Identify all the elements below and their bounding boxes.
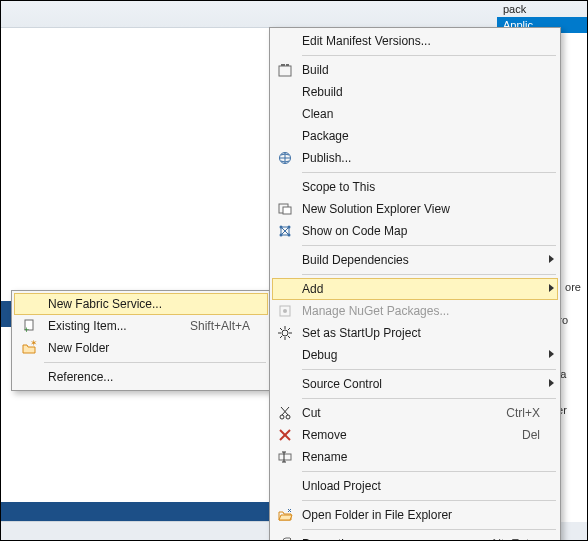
- menuitem-properties[interactable]: PropertiesAlt+Enter: [272, 533, 558, 541]
- menuitem-rename[interactable]: Rename: [272, 446, 558, 468]
- cut-icon: [276, 404, 294, 422]
- menuitem-label: Source Control: [302, 377, 540, 391]
- menuitem-scope[interactable]: Scope to This: [272, 176, 558, 198]
- menuitem-rebuild[interactable]: Rebuild: [272, 81, 558, 103]
- tree-fragment: pack: [497, 1, 587, 17]
- menu-separator: [44, 362, 266, 363]
- menuitem-shortcut: Ctrl+X: [506, 406, 540, 420]
- menuitem-label: Open Folder in File Explorer: [302, 508, 540, 522]
- menuitem-label: New Fabric Service...: [48, 297, 250, 311]
- menu-separator: [302, 500, 556, 501]
- menuitem-remove[interactable]: RemoveDel: [272, 424, 558, 446]
- svg-point-14: [283, 309, 287, 313]
- svg-line-27: [281, 407, 288, 415]
- menuitem-build[interactable]: Build: [272, 59, 558, 81]
- menuitem-package[interactable]: Package: [272, 125, 558, 147]
- menu-separator: [302, 398, 556, 399]
- menuitem-label: Edit Manifest Versions...: [302, 34, 540, 48]
- menu-separator: [302, 55, 556, 56]
- menuitem-publish[interactable]: Publish...: [272, 147, 558, 169]
- svg-point-15: [282, 330, 288, 336]
- menuitem-debug[interactable]: Debug: [272, 344, 558, 366]
- menuitem-new_view[interactable]: New Solution Explorer View: [272, 198, 558, 220]
- build-icon: [276, 61, 294, 79]
- menuitem-build_deps[interactable]: Build Dependencies: [272, 249, 558, 271]
- menuitem-label: Build: [302, 63, 540, 77]
- menuitem-label: Properties: [302, 537, 474, 541]
- properties-icon: [276, 535, 294, 541]
- menuitem-cut[interactable]: CutCtrl+X: [272, 402, 558, 424]
- existing-item-icon: +: [20, 317, 38, 335]
- nuget-icon: [276, 302, 294, 320]
- menu-separator: [302, 172, 556, 173]
- menuitem-codemap[interactable]: Show on Code Map: [272, 220, 558, 242]
- menuitem-label: Add: [302, 282, 540, 296]
- chevron-right-icon: [549, 350, 554, 358]
- remove-icon: [276, 426, 294, 444]
- menuitem-label: Unload Project: [302, 479, 540, 493]
- menuitem-label: Existing Item...: [48, 319, 174, 333]
- blank-icon: [276, 477, 294, 495]
- menuitem-label: Remove: [302, 428, 506, 442]
- menuitem-shortcut: Shift+Alt+A: [190, 319, 250, 333]
- menuitem-clean[interactable]: Clean: [272, 103, 558, 125]
- menuitem-label: Debug: [302, 348, 540, 362]
- bg-text-ore: ore: [565, 281, 587, 293]
- svg-rect-8: [283, 207, 291, 214]
- menuitem-startup[interactable]: Set as StartUp Project: [272, 322, 558, 344]
- svg-line-21: [288, 336, 290, 338]
- blank-icon: [20, 368, 38, 386]
- chevron-right-icon: [549, 379, 554, 387]
- menu-separator: [302, 529, 556, 530]
- menuitem-label: Clean: [302, 107, 540, 121]
- blank-icon: [276, 375, 294, 393]
- menuitem-unload[interactable]: Unload Project: [272, 475, 558, 497]
- svg-point-25: [286, 415, 290, 419]
- menuitem-open_folder[interactable]: Open Folder in File Explorer: [272, 504, 558, 526]
- menuitem-label: Scope to This: [302, 180, 540, 194]
- svg-rect-3: [279, 66, 291, 76]
- menuitem-reference[interactable]: Reference...: [14, 366, 268, 388]
- svg-text:✶: ✶: [30, 340, 37, 348]
- menuitem-label: New Solution Explorer View: [302, 202, 540, 216]
- menuitem-shortcut: Del: [522, 428, 540, 442]
- svg-rect-30: [279, 454, 291, 460]
- svg-text:+: +: [24, 325, 29, 334]
- menuitem-existing_item[interactable]: +Existing Item...Shift+Alt+A: [14, 315, 268, 337]
- menuitem-add[interactable]: Add: [272, 278, 558, 300]
- svg-line-22: [288, 328, 290, 330]
- menuitem-label: Reference...: [48, 370, 250, 384]
- menuitem-edit_manifest[interactable]: Edit Manifest Versions...: [272, 30, 558, 52]
- rename-icon: [276, 448, 294, 466]
- menu-separator: [302, 369, 556, 370]
- blank-icon: [276, 127, 294, 145]
- blank-icon: [276, 32, 294, 50]
- svg-line-26: [282, 407, 289, 415]
- menuitem-source_control[interactable]: Source Control: [272, 373, 558, 395]
- publish-icon: [276, 149, 294, 167]
- menuitem-label: Manage NuGet Packages...: [302, 304, 540, 318]
- menuitem-label: Show on Code Map: [302, 224, 540, 238]
- project-context-menu: Edit Manifest Versions...BuildRebuildCle…: [269, 27, 561, 541]
- menuitem-new_folder[interactable]: ✶New Folder: [14, 337, 268, 359]
- blank-icon: [276, 83, 294, 101]
- menuitem-label: Rebuild: [302, 85, 540, 99]
- menuitem-new_fabric_service[interactable]: New Fabric Service...: [14, 293, 268, 315]
- blank-icon: [276, 280, 294, 298]
- svg-line-20: [280, 328, 282, 330]
- blank-icon: [20, 295, 38, 313]
- blank-icon: [276, 105, 294, 123]
- menuitem-label: Build Dependencies: [302, 253, 540, 267]
- menuitem-nuget: Manage NuGet Packages...: [272, 300, 558, 322]
- gear-icon: [276, 324, 294, 342]
- menuitem-label: Package: [302, 129, 540, 143]
- new-folder-icon: ✶: [20, 339, 38, 357]
- open-folder-icon: [276, 506, 294, 524]
- menu-separator: [302, 274, 556, 275]
- menuitem-label: Set as StartUp Project: [302, 326, 540, 340]
- menu-separator: [302, 471, 556, 472]
- chevron-right-icon: [549, 255, 554, 263]
- menuitem-label: Publish...: [302, 151, 540, 165]
- svg-rect-4: [281, 64, 285, 66]
- blank-icon: [276, 346, 294, 364]
